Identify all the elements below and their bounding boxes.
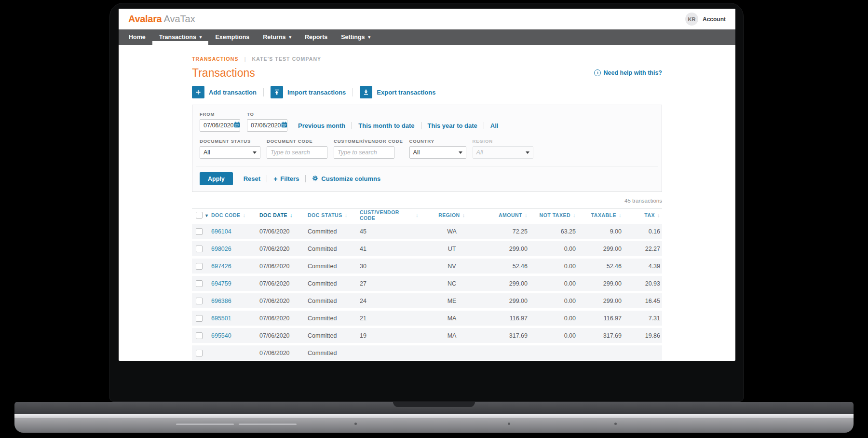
plus-icon: [192, 86, 204, 98]
page-title: Transactions: [192, 67, 255, 80]
doc-date-cell: 07/06/2020: [259, 298, 308, 304]
tax-cell: 22.27: [624, 246, 662, 252]
column-label: NOT TAXED: [540, 212, 570, 218]
doc-code-link[interactable]: 694759: [211, 280, 231, 287]
country-label: COUNTRY: [409, 138, 466, 144]
nav-label: Settings: [341, 34, 365, 41]
chevron-down-icon: [459, 151, 462, 154]
customer-vendor-code-input[interactable]: [338, 149, 391, 156]
region-cell: MA: [419, 315, 485, 322]
column-label: TAX: [644, 212, 655, 218]
quick-link-month-to-date[interactable]: This month to date: [358, 122, 414, 129]
laptop-vent: [176, 424, 234, 425]
help-link[interactable]: i Need help with this?: [594, 69, 662, 76]
column-header-doc-date[interactable]: DOC DATE↓: [259, 212, 308, 218]
quick-link-previous-month[interactable]: Previous month: [298, 122, 345, 129]
nav-item-settings[interactable]: Settings ▾: [334, 29, 377, 45]
account-menu[interactable]: KR Account: [685, 13, 726, 26]
import-transactions-button[interactable]: Import transactions: [271, 86, 346, 98]
customer-vendor-code-label: CUSTOMER/VENDOR CODE: [334, 138, 403, 144]
doc-code-link[interactable]: 696104: [211, 228, 231, 235]
column-header-doc-code[interactable]: DOC CODE↓: [211, 212, 259, 218]
laptop-base-edge: [14, 414, 854, 418]
doc-code-link[interactable]: 698026: [211, 246, 231, 252]
country-select[interactable]: All: [409, 146, 466, 159]
gear-icon: [312, 175, 318, 183]
to-date-input[interactable]: 07/06/2020: [247, 119, 287, 132]
row-checkbox[interactable]: [196, 246, 203, 252]
doc-code-link[interactable]: 697426: [211, 263, 231, 270]
row-checkbox[interactable]: [196, 228, 203, 235]
row-checkbox[interactable]: [196, 298, 203, 304]
amount-cell: 317.69: [485, 332, 529, 339]
row-checkbox[interactable]: [196, 280, 203, 287]
date-filter-row: FROM 07/06/2020 TO 07/06/2020: [200, 111, 654, 132]
divider: [352, 122, 352, 129]
from-date-input[interactable]: 07/06/2020: [200, 119, 240, 132]
upload-icon: [271, 86, 283, 98]
taxable-cell: 116.97: [578, 315, 624, 322]
filters-label: Filters: [280, 175, 299, 182]
column-header-taxable[interactable]: TAXABLE↓: [578, 212, 624, 218]
doc-code-link[interactable]: 696386: [211, 298, 231, 304]
breadcrumb-transactions[interactable]: TRANSACTIONS: [192, 56, 239, 62]
tax-cell: 20.93: [624, 280, 662, 287]
main-nav: Home Transactions ▾ Exemptions Returns ▾…: [119, 29, 735, 45]
table-header-row: ▾ DOC CODE↓ DOC DATE↓ DOC STATUS↓ CUST/V…: [192, 208, 662, 221]
avalara-logo[interactable]: Avalara AvaTax: [128, 14, 195, 25]
nav-item-exemptions[interactable]: Exemptions: [208, 29, 256, 45]
nav-item-reports[interactable]: Reports: [298, 29, 334, 45]
region-cell: UT: [419, 246, 485, 252]
region-label: REGION: [473, 138, 533, 144]
doc-code-link[interactable]: 695501: [211, 315, 231, 322]
nav-item-home[interactable]: Home: [122, 29, 152, 45]
calendar-icon[interactable]: [281, 122, 287, 129]
column-header-region[interactable]: REGION↓: [419, 212, 485, 218]
document-status-select[interactable]: All: [200, 146, 260, 159]
quick-link-year-to-date[interactable]: This year to date: [428, 122, 477, 129]
import-transactions-label: Import transactions: [287, 89, 346, 96]
column-header-not-taxed[interactable]: NOT TAXED↓: [529, 212, 578, 218]
row-checkbox[interactable]: [196, 263, 203, 270]
column-header-cust-vendor-code[interactable]: CUST/VENDOR CODE↓: [360, 209, 419, 221]
not-taxed-cell: 0.00: [529, 246, 578, 252]
laptop-thumb-notch: [393, 402, 475, 407]
filters-button[interactable]: + Filters: [273, 175, 299, 183]
cust-vendor-code-cell: 41: [360, 246, 419, 252]
nav-item-transactions[interactable]: Transactions ▾: [152, 29, 209, 45]
region-cell: ME: [419, 298, 485, 304]
column-header-amount[interactable]: AMOUNT↓: [485, 212, 529, 218]
quick-link-all[interactable]: All: [490, 122, 499, 129]
chevron-down-icon[interactable]: ▾: [205, 213, 208, 218]
sort-icon: ↓: [290, 212, 293, 218]
document-status-value: All: [203, 149, 210, 156]
column-header-tax[interactable]: TAX↓: [624, 212, 662, 218]
laptop-hinge-bar: [14, 402, 854, 414]
column-header-doc-status[interactable]: DOC STATUS↓: [308, 212, 360, 218]
row-checkbox[interactable]: [196, 315, 203, 322]
add-transaction-button[interactable]: Add transaction: [192, 86, 257, 98]
document-code-label: DOCUMENT CODE: [267, 138, 327, 144]
laptop-bezel: Avalara AvaTax KR Account Home Transacti…: [109, 3, 744, 402]
transactions-count: 45 transactions: [192, 198, 662, 205]
document-code-input[interactable]: [271, 149, 324, 156]
export-transactions-button[interactable]: Export transactions: [360, 86, 435, 98]
nav-item-returns[interactable]: Returns ▾: [256, 29, 298, 45]
row-checkbox[interactable]: [196, 350, 203, 356]
from-date-field: FROM 07/06/2020: [200, 111, 240, 132]
select-all-checkbox[interactable]: [196, 212, 203, 219]
doc-status-cell: Committed: [308, 332, 360, 339]
account-label[interactable]: Account: [703, 16, 726, 23]
reset-button[interactable]: Reset: [244, 175, 260, 182]
doc-status-cell: Committed: [308, 315, 360, 322]
doc-code-link[interactable]: 695540: [211, 332, 231, 339]
doc-date-cell: 07/06/2020: [259, 350, 308, 356]
avatar[interactable]: KR: [685, 13, 698, 26]
row-checkbox[interactable]: [196, 332, 203, 339]
not-taxed-cell: 0.00: [529, 298, 578, 304]
from-label: FROM: [200, 111, 240, 117]
transactions-table: ▾ DOC CODE↓ DOC DATE↓ DOC STATUS↓ CUST/V…: [192, 208, 662, 360]
calendar-icon[interactable]: [234, 122, 240, 129]
apply-button[interactable]: Apply: [200, 172, 233, 185]
customize-columns-button[interactable]: Customize columns: [312, 175, 380, 183]
